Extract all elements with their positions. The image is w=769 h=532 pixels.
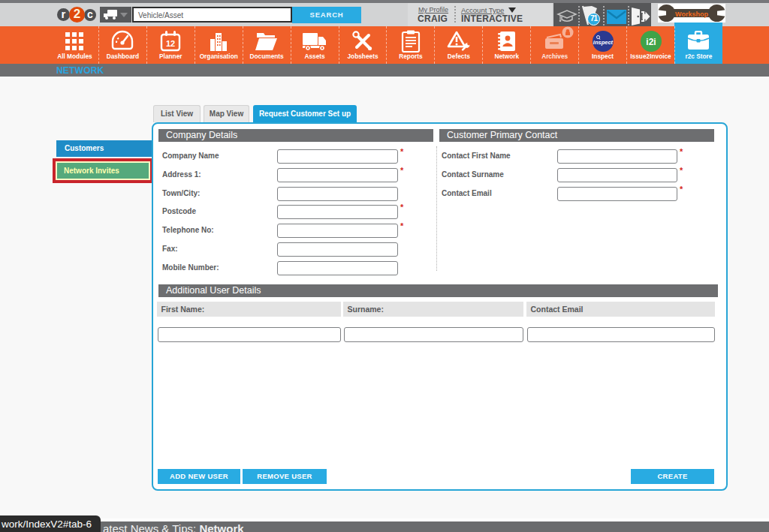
svg-text:inspect: inspect [593, 39, 613, 46]
svg-text:Workshop: Workshop [675, 11, 708, 18]
svg-text:12: 12 [166, 39, 175, 48]
svg-text:i2i: i2i [646, 37, 656, 47]
